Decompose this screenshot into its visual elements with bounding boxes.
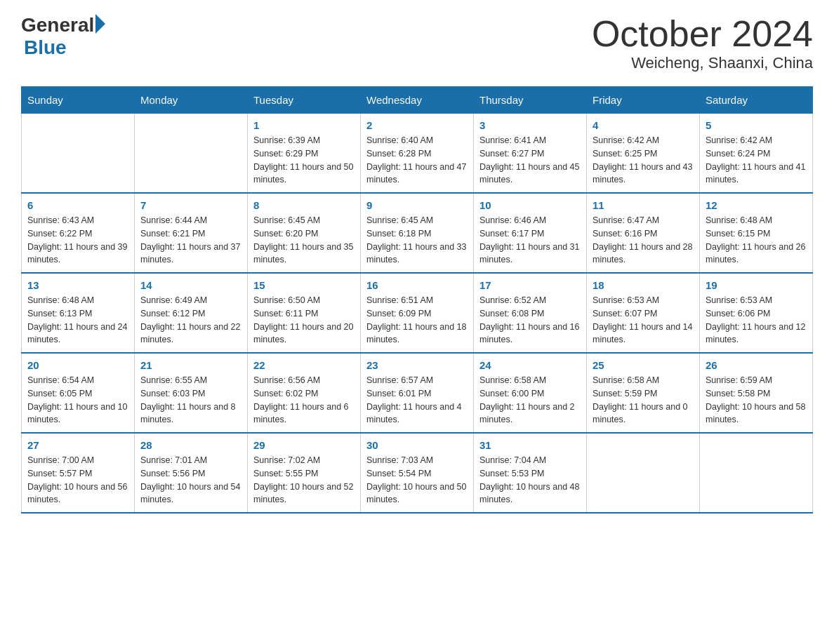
day-number: 23 — [366, 359, 468, 371]
calendar-week-row: 20Sunrise: 6:54 AMSunset: 6:05 PMDayligh… — [22, 353, 813, 433]
month-title: October 2024 — [592, 14, 813, 54]
day-of-week-sunday: Sunday — [22, 87, 135, 114]
calendar-table: SundayMondayTuesdayWednesdayThursdayFrid… — [21, 86, 813, 514]
calendar-cell: 12Sunrise: 6:48 AMSunset: 6:15 PMDayligh… — [700, 193, 813, 273]
calendar-cell: 9Sunrise: 6:45 AMSunset: 6:18 PMDaylight… — [361, 193, 474, 273]
day-info: Sunrise: 6:53 AMSunset: 6:07 PMDaylight:… — [593, 294, 694, 347]
day-info: Sunrise: 7:02 AMSunset: 5:55 PMDaylight:… — [253, 454, 355, 507]
day-number: 16 — [366, 279, 468, 291]
calendar-cell: 25Sunrise: 6:58 AMSunset: 5:59 PMDayligh… — [587, 353, 700, 433]
day-info: Sunrise: 6:43 AMSunset: 6:22 PMDaylight:… — [27, 214, 128, 267]
day-of-week-friday: Friday — [587, 87, 700, 114]
calendar-cell: 17Sunrise: 6:52 AMSunset: 6:08 PMDayligh… — [474, 273, 587, 353]
title-area: October 2024 Weicheng, Shaanxi, China — [592, 14, 813, 72]
calendar-week-row: 13Sunrise: 6:48 AMSunset: 6:13 PMDayligh… — [22, 273, 813, 353]
calendar-cell: 24Sunrise: 6:58 AMSunset: 6:00 PMDayligh… — [474, 353, 587, 433]
calendar-week-row: 27Sunrise: 7:00 AMSunset: 5:57 PMDayligh… — [22, 433, 813, 513]
day-number: 29 — [253, 439, 355, 451]
calendar-cell: 23Sunrise: 6:57 AMSunset: 6:01 PMDayligh… — [361, 353, 474, 433]
calendar-cell: 5Sunrise: 6:42 AMSunset: 6:24 PMDaylight… — [700, 114, 813, 194]
calendar-cell: 13Sunrise: 6:48 AMSunset: 6:13 PMDayligh… — [22, 273, 135, 353]
day-of-week-thursday: Thursday — [474, 87, 587, 114]
calendar-cell — [700, 433, 813, 513]
calendar-cell: 3Sunrise: 6:41 AMSunset: 6:27 PMDaylight… — [474, 114, 587, 194]
day-info: Sunrise: 6:47 AMSunset: 6:16 PMDaylight:… — [593, 214, 694, 267]
day-number: 1 — [253, 119, 355, 131]
day-number: 2 — [366, 119, 468, 131]
calendar-cell: 18Sunrise: 6:53 AMSunset: 6:07 PMDayligh… — [587, 273, 700, 353]
day-number: 12 — [706, 199, 807, 211]
calendar-header: SundayMondayTuesdayWednesdayThursdayFrid… — [22, 87, 813, 114]
calendar-cell: 20Sunrise: 6:54 AMSunset: 6:05 PMDayligh… — [22, 353, 135, 433]
day-info: Sunrise: 6:50 AMSunset: 6:11 PMDaylight:… — [253, 294, 355, 347]
day-number: 9 — [366, 199, 468, 211]
day-number: 26 — [706, 359, 807, 371]
day-info: Sunrise: 6:48 AMSunset: 6:15 PMDaylight:… — [706, 214, 807, 267]
header: General Blue October 2024 Weicheng, Shaa… — [21, 14, 813, 72]
day-info: Sunrise: 6:55 AMSunset: 6:03 PMDaylight:… — [140, 374, 241, 427]
calendar-cell: 4Sunrise: 6:42 AMSunset: 6:25 PMDaylight… — [587, 114, 700, 194]
calendar-cell: 30Sunrise: 7:03 AMSunset: 5:54 PMDayligh… — [361, 433, 474, 513]
day-info: Sunrise: 6:42 AMSunset: 6:25 PMDaylight:… — [593, 134, 694, 187]
day-info: Sunrise: 6:59 AMSunset: 5:58 PMDaylight:… — [706, 374, 807, 427]
day-info: Sunrise: 6:45 AMSunset: 6:18 PMDaylight:… — [366, 214, 468, 267]
logo-blue: Blue — [24, 36, 67, 59]
day-number: 18 — [593, 279, 694, 291]
days-of-week-row: SundayMondayTuesdayWednesdayThursdayFrid… — [22, 87, 813, 114]
day-info: Sunrise: 6:52 AMSunset: 6:08 PMDaylight:… — [479, 294, 581, 347]
day-info: Sunrise: 7:04 AMSunset: 5:53 PMDaylight:… — [479, 454, 581, 507]
calendar-cell: 31Sunrise: 7:04 AMSunset: 5:53 PMDayligh… — [474, 433, 587, 513]
logo-arrow-icon — [95, 14, 105, 34]
day-info: Sunrise: 6:51 AMSunset: 6:09 PMDaylight:… — [366, 294, 468, 347]
day-number: 6 — [27, 199, 128, 211]
day-number: 15 — [253, 279, 355, 291]
calendar-week-row: 6Sunrise: 6:43 AMSunset: 6:22 PMDaylight… — [22, 193, 813, 273]
calendar-cell: 29Sunrise: 7:02 AMSunset: 5:55 PMDayligh… — [248, 433, 361, 513]
calendar-cell: 11Sunrise: 6:47 AMSunset: 6:16 PMDayligh… — [587, 193, 700, 273]
calendar-cell — [587, 433, 700, 513]
calendar-cell: 19Sunrise: 6:53 AMSunset: 6:06 PMDayligh… — [700, 273, 813, 353]
day-info: Sunrise: 7:00 AMSunset: 5:57 PMDaylight:… — [27, 454, 128, 507]
day-number: 24 — [479, 359, 581, 371]
day-info: Sunrise: 6:39 AMSunset: 6:29 PMDaylight:… — [253, 134, 355, 187]
calendar-cell — [22, 114, 135, 194]
day-info: Sunrise: 6:57 AMSunset: 6:01 PMDaylight:… — [366, 374, 468, 427]
day-info: Sunrise: 6:42 AMSunset: 6:24 PMDaylight:… — [706, 134, 807, 187]
day-of-week-saturday: Saturday — [700, 87, 813, 114]
day-number: 27 — [27, 439, 128, 451]
calendar-cell: 6Sunrise: 6:43 AMSunset: 6:22 PMDaylight… — [22, 193, 135, 273]
day-info: Sunrise: 6:46 AMSunset: 6:17 PMDaylight:… — [479, 214, 581, 267]
day-info: Sunrise: 6:49 AMSunset: 6:12 PMDaylight:… — [140, 294, 241, 347]
day-info: Sunrise: 6:58 AMSunset: 6:00 PMDaylight:… — [479, 374, 581, 427]
day-number: 3 — [479, 119, 581, 131]
day-info: Sunrise: 6:44 AMSunset: 6:21 PMDaylight:… — [140, 214, 241, 267]
day-info: Sunrise: 6:56 AMSunset: 6:02 PMDaylight:… — [253, 374, 355, 427]
day-number: 11 — [593, 199, 694, 211]
day-number: 20 — [27, 359, 128, 371]
day-number: 13 — [27, 279, 128, 291]
calendar-cell: 7Sunrise: 6:44 AMSunset: 6:21 PMDaylight… — [135, 193, 248, 273]
logo: General Blue — [21, 14, 105, 59]
day-number: 14 — [140, 279, 241, 291]
calendar-week-row: 1Sunrise: 6:39 AMSunset: 6:29 PMDaylight… — [22, 114, 813, 194]
calendar-cell: 27Sunrise: 7:00 AMSunset: 5:57 PMDayligh… — [22, 433, 135, 513]
day-number: 21 — [140, 359, 241, 371]
day-of-week-tuesday: Tuesday — [248, 87, 361, 114]
day-info: Sunrise: 7:01 AMSunset: 5:56 PMDaylight:… — [140, 454, 241, 507]
day-number: 7 — [140, 199, 241, 211]
calendar-cell: 1Sunrise: 6:39 AMSunset: 6:29 PMDaylight… — [248, 114, 361, 194]
day-info: Sunrise: 6:41 AMSunset: 6:27 PMDaylight:… — [479, 134, 581, 187]
day-number: 28 — [140, 439, 241, 451]
day-info: Sunrise: 6:53 AMSunset: 6:06 PMDaylight:… — [706, 294, 807, 347]
day-number: 31 — [479, 439, 581, 451]
day-info: Sunrise: 6:45 AMSunset: 6:20 PMDaylight:… — [253, 214, 355, 267]
day-number: 19 — [706, 279, 807, 291]
day-info: Sunrise: 6:58 AMSunset: 5:59 PMDaylight:… — [593, 374, 694, 427]
day-of-week-wednesday: Wednesday — [361, 87, 474, 114]
calendar-cell: 10Sunrise: 6:46 AMSunset: 6:17 PMDayligh… — [474, 193, 587, 273]
calendar-cell: 22Sunrise: 6:56 AMSunset: 6:02 PMDayligh… — [248, 353, 361, 433]
day-number: 8 — [253, 199, 355, 211]
calendar-cell: 2Sunrise: 6:40 AMSunset: 6:28 PMDaylight… — [361, 114, 474, 194]
day-number: 22 — [253, 359, 355, 371]
calendar-cell: 28Sunrise: 7:01 AMSunset: 5:56 PMDayligh… — [135, 433, 248, 513]
